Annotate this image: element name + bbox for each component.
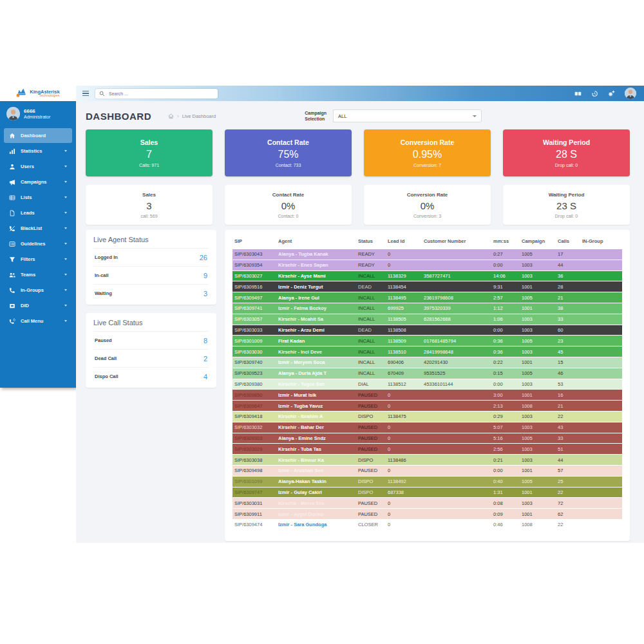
cell-customer bbox=[422, 325, 491, 336]
sidebar-item-in-groups[interactable]: In-Groups bbox=[4, 283, 72, 298]
history-icon[interactable] bbox=[591, 90, 598, 97]
sidebar-item-label: Lists bbox=[21, 194, 32, 200]
chevron-down-icon bbox=[64, 243, 67, 245]
cell-status: READY bbox=[356, 260, 386, 270]
table-row: SIP/6303031Kirsehir - Merve EroPAUSED00:… bbox=[232, 498, 622, 509]
live-agent-status-panel: Live Agent StatusLogged In26In-call9Wait… bbox=[86, 230, 216, 305]
status-value: 2 bbox=[204, 355, 207, 363]
panel-title: Live Call Status bbox=[93, 319, 209, 332]
sidebar-item-filters[interactable]: Filters bbox=[4, 252, 72, 267]
cell-customer bbox=[422, 422, 491, 433]
bar-chart-icon bbox=[9, 148, 15, 155]
sidebar-user[interactable]: 6666 Administrator bbox=[0, 101, 76, 128]
sidebar-item-blacklist[interactable]: BlackList bbox=[4, 221, 72, 236]
card-sub: call: 569 bbox=[140, 214, 157, 218]
sidebar-item-guidelines[interactable]: Guidelines bbox=[4, 236, 72, 251]
cell-campaign: 1005 bbox=[520, 476, 556, 487]
sidebar-item-leads[interactable]: Leads bbox=[4, 205, 72, 220]
cell-customer bbox=[422, 281, 491, 292]
table-row: SIP/6309497Alanya - Irene GulINCALL11384… bbox=[232, 292, 622, 303]
cell-customer bbox=[422, 465, 491, 476]
cell-campaign: 1003 bbox=[520, 379, 556, 390]
cell-calls: 51 bbox=[556, 444, 580, 455]
logo[interactable]: KingAsterisk Technologies bbox=[0, 86, 76, 101]
phone-icon bbox=[9, 287, 15, 294]
settings-icon[interactable] bbox=[608, 90, 615, 97]
cell-agent: Alanya - Emine Sndz bbox=[276, 433, 356, 444]
sidebar-item-campaigns[interactable]: Campaigns bbox=[4, 175, 72, 189]
table-row: SIP/6309303Alanya - Emine SndzPAUSED05:1… bbox=[232, 433, 622, 444]
cell-lead: 0 bbox=[386, 519, 422, 530]
cell-group bbox=[580, 519, 622, 530]
cell-time: 1:06 bbox=[491, 314, 520, 325]
campaign-select[interactable]: ALL bbox=[333, 109, 482, 122]
column-header: Lead Id bbox=[386, 236, 422, 249]
cell-sip: SIP/6303032 bbox=[232, 422, 276, 433]
live-calls-table-card: SIPAgentStatusLead IdCustomer Numbermm:s… bbox=[225, 230, 630, 541]
main-content: DASHBOARD › Live Dashboard Campaign Sele… bbox=[76, 101, 644, 543]
cell-agent[interactable]: Izmir - Sara Gundoga bbox=[276, 519, 356, 530]
cell-lead: 0 bbox=[386, 465, 422, 476]
breadcrumb-current[interactable]: Live Dashboard bbox=[182, 113, 216, 119]
table-row: SIP/6309516Izmir - Deniz TurgutDEAD11384… bbox=[232, 281, 622, 292]
cell-calls: 22 bbox=[556, 487, 580, 498]
sidebar-item-lists[interactable]: Lists bbox=[4, 190, 72, 205]
kpi-subcard-contact-rate: Contact Rate0%Contact: 0 bbox=[225, 185, 352, 225]
sidebar-item-statistics[interactable]: Statistics bbox=[4, 144, 72, 158]
cell-agent: Firat Kadan bbox=[276, 336, 356, 346]
cell-agent: Kirsehir - Tuba Tas bbox=[276, 444, 356, 455]
cell-lead: 0 bbox=[386, 509, 422, 520]
cell-customer: 3975320339 bbox=[422, 303, 491, 314]
cell-lead: 1138508 bbox=[386, 325, 422, 336]
breadcrumb: › Live Dashboard bbox=[168, 113, 216, 119]
cell-status: READY bbox=[356, 249, 386, 260]
cell-calls: 53 bbox=[556, 379, 580, 390]
status-value: 8 bbox=[204, 337, 207, 345]
cell-campaign: 1001 bbox=[520, 390, 556, 401]
sidebar-item-did[interactable]: DID bbox=[4, 298, 72, 313]
cell-group bbox=[580, 455, 622, 466]
cell-sip: SIP/6303043 bbox=[232, 249, 276, 260]
cell-calls: 25 bbox=[556, 476, 580, 487]
cell-sip: SIP/6309747 bbox=[232, 487, 276, 498]
cell-sip: SIP/6303057 bbox=[232, 314, 276, 325]
table-row: SIP/6303057Kirsehir - Mcahit SaINCALL113… bbox=[232, 314, 622, 325]
cards-icon[interactable] bbox=[574, 90, 582, 97]
cell-calls: 23 bbox=[556, 336, 580, 346]
cell-lead: 1138495 bbox=[386, 292, 422, 303]
cell-group bbox=[580, 401, 622, 412]
cell-status: INCALL bbox=[356, 346, 386, 357]
status-row: Paused8 bbox=[93, 332, 209, 350]
cell-agent: Izmir - Meryem Soca bbox=[276, 357, 356, 368]
menu-toggle-icon[interactable] bbox=[82, 91, 89, 97]
sidebar-item-call-menu[interactable]: Call Menu bbox=[4, 314, 72, 328]
cell-time: 0:29 bbox=[491, 411, 520, 422]
cell-group bbox=[580, 422, 622, 433]
card-value: 0% bbox=[421, 200, 435, 211]
cell-campaign: 1003 bbox=[520, 411, 556, 422]
search-input[interactable] bbox=[108, 91, 214, 97]
cell-status: PAUSED bbox=[356, 509, 386, 520]
chevron-down-icon bbox=[64, 274, 67, 276]
table-header-row: SIPAgentStatusLead IdCustomer Numbermm:s… bbox=[232, 236, 622, 249]
status-label: Dispo Call bbox=[95, 374, 118, 379]
card-sub: Drop call: 0 bbox=[555, 163, 578, 167]
search-box[interactable] bbox=[95, 89, 218, 99]
cell-calls: 15 bbox=[556, 357, 580, 368]
sidebar-item-dashboard[interactable]: Dashboard bbox=[4, 128, 72, 143]
chevron-down-icon bbox=[64, 258, 67, 260]
cell-status: INCALL bbox=[356, 357, 386, 368]
sidebar-item-teams[interactable]: Teams bbox=[4, 267, 72, 282]
cell-sip: SIP/6303033 bbox=[232, 325, 276, 336]
sidebar-item-users[interactable]: Users bbox=[4, 159, 72, 174]
home-icon[interactable] bbox=[168, 113, 174, 119]
cell-calls: 33 bbox=[556, 314, 580, 325]
status-row: Logged In26 bbox=[93, 249, 209, 267]
cell-status: DISPO bbox=[356, 487, 386, 498]
user-avatar[interactable] bbox=[625, 88, 636, 99]
sidebar-item-label: Users bbox=[21, 164, 34, 169]
cell-time: 0:15 bbox=[491, 368, 520, 379]
cell-agent: Alanya - Durla Ajda T bbox=[276, 368, 356, 379]
cell-time: 9:31 bbox=[491, 281, 520, 292]
cell-sip: SIP/6309911 bbox=[232, 509, 276, 520]
